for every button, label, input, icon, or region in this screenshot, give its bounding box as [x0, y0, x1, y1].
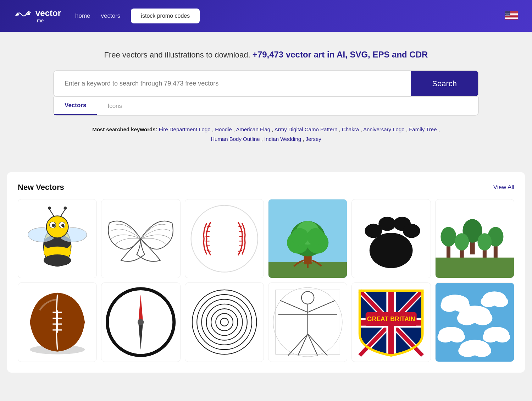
- keywords-text: Most searched keywords: Fire Department …: [53, 125, 479, 144]
- svg-point-124: [494, 332, 510, 343]
- tree-illustration: [268, 199, 347, 278]
- keyword-fire[interactable]: Fire Department Logo: [159, 126, 212, 132]
- svg-rect-7: [505, 17, 518, 18]
- bee-illustration: [18, 199, 96, 278]
- nav-istock-button[interactable]: istock promo codes: [131, 9, 200, 23]
- vector-item-human[interactable]: [268, 282, 347, 362]
- logo-brand: vector: [35, 9, 61, 18]
- nav-vectors[interactable]: vectors: [101, 12, 121, 20]
- svg-point-118: [473, 311, 492, 325]
- svg-point-127: [472, 345, 491, 357]
- trees-illustration: [436, 199, 514, 278]
- clouds-illustration: [436, 283, 514, 361]
- svg-point-115: [492, 296, 508, 307]
- svg-point-24: [52, 224, 55, 227]
- vectors-section: New Vectors View All: [7, 172, 525, 373]
- vector-item-football[interactable]: [18, 282, 97, 362]
- vector-item-paw[interactable]: [351, 199, 431, 278]
- tab-icons[interactable]: Icons: [97, 97, 133, 115]
- vector-item-britain[interactable]: GREAT BRITAIN: [351, 282, 431, 362]
- vector-item-tree[interactable]: [268, 199, 347, 278]
- hero-section: Free vectors and illustrations to downlo…: [0, 32, 532, 158]
- keyword-army[interactable]: Army Digital Camo Pattern: [275, 126, 339, 132]
- svg-point-28: [48, 207, 51, 210]
- keyword-family-tree[interactable]: Family Tree: [409, 126, 438, 132]
- svg-rect-6: [505, 16, 518, 16]
- vector-item-trees[interactable]: [435, 199, 514, 278]
- search-button[interactable]: Search: [411, 71, 478, 96]
- hero-tagline: Free vectors and illustrations to downlo…: [14, 50, 518, 60]
- vector-item-wings[interactable]: [101, 199, 180, 278]
- vectors-grid: GREAT BRITAIN: [18, 199, 514, 362]
- keyword-hoodie[interactable]: Hoodie: [215, 126, 233, 132]
- svg-point-121: [449, 332, 465, 343]
- svg-line-97: [298, 334, 308, 356]
- svg-line-98: [308, 334, 318, 356]
- keywords-label: Most searched keywords:: [92, 126, 157, 132]
- svg-point-54: [379, 217, 396, 231]
- svg-point-25: [61, 224, 65, 227]
- fingerprint-illustration: [185, 283, 264, 361]
- vector-item-bee[interactable]: [18, 199, 97, 278]
- svg-point-18: [44, 254, 71, 266]
- view-all-link[interactable]: View All: [493, 184, 514, 191]
- svg-text:GREAT BRITAIN: GREAT BRITAIN: [367, 316, 415, 323]
- keyword-anniversary[interactable]: Anniversary Logo: [363, 126, 406, 132]
- svg-point-52: [370, 233, 413, 268]
- language-selector[interactable]: ★★★★★★ ★★★★★ ★★★★★★ ★★★★★ ★★★★★★: [505, 11, 518, 21]
- svg-point-78: [138, 319, 144, 325]
- search-tabs: Vectors Icons: [53, 97, 479, 116]
- vectors-title: New Vectors: [18, 183, 64, 192]
- svg-point-29: [63, 207, 67, 210]
- svg-point-51: [307, 228, 324, 246]
- site-header: vector .me home vectors istock promo cod…: [0, 0, 532, 32]
- svg-point-30: [191, 205, 257, 272]
- keyword-jersey[interactable]: Jersey: [306, 136, 321, 142]
- svg-point-56: [403, 224, 420, 238]
- svg-line-26: [50, 209, 54, 217]
- logo-icon: [14, 9, 32, 23]
- vectors-header: New Vectors View All: [18, 183, 514, 192]
- keyword-chakra[interactable]: Chakra: [342, 126, 361, 132]
- logo-sub: .me: [35, 18, 61, 23]
- keyword-human-body[interactable]: Human Body Outline: [211, 136, 261, 142]
- svg-point-89: [301, 292, 314, 304]
- keywords-section: Most searched keywords: Fire Department …: [53, 125, 479, 147]
- human-illustration: [268, 283, 347, 361]
- vector-item-clouds[interactable]: [435, 282, 514, 362]
- paw-illustration: [352, 199, 430, 278]
- nav-home[interactable]: home: [75, 12, 90, 20]
- search-container: Search Vectors Icons: [53, 70, 479, 116]
- svg-point-66: [455, 233, 469, 251]
- vector-item-baseball[interactable]: [185, 199, 264, 278]
- svg-rect-67: [436, 258, 514, 278]
- logo[interactable]: vector .me: [14, 9, 61, 23]
- britain-illustration: GREAT BRITAIN: [352, 283, 430, 361]
- baseball-illustration: [185, 199, 264, 278]
- search-box: Search: [53, 70, 479, 97]
- football-illustration: [18, 283, 96, 361]
- vector-item-compass[interactable]: [101, 282, 180, 362]
- vector-item-fingerprint[interactable]: [185, 282, 264, 362]
- keyword-american-flag[interactable]: American Flag: [236, 126, 272, 132]
- svg-line-95: [288, 334, 307, 356]
- svg-line-27: [61, 209, 65, 217]
- svg-rect-8: [505, 18, 518, 19]
- svg-point-21: [46, 216, 68, 238]
- compass-illustration: [101, 283, 180, 361]
- keyword-indian-wedding[interactable]: Indian Wedding: [264, 136, 303, 142]
- wings-illustration: [101, 199, 180, 278]
- search-input[interactable]: [54, 71, 411, 96]
- svg-point-50: [291, 228, 309, 246]
- svg-line-96: [308, 334, 327, 356]
- us-flag-icon: ★★★★★★ ★★★★★ ★★★★★★ ★★★★★ ★★★★★★: [505, 11, 518, 20]
- tab-vectors[interactable]: Vectors: [54, 97, 97, 115]
- svg-point-64: [477, 233, 492, 251]
- nav: home vectors istock promo codes: [75, 9, 505, 23]
- svg-point-60: [440, 227, 456, 246]
